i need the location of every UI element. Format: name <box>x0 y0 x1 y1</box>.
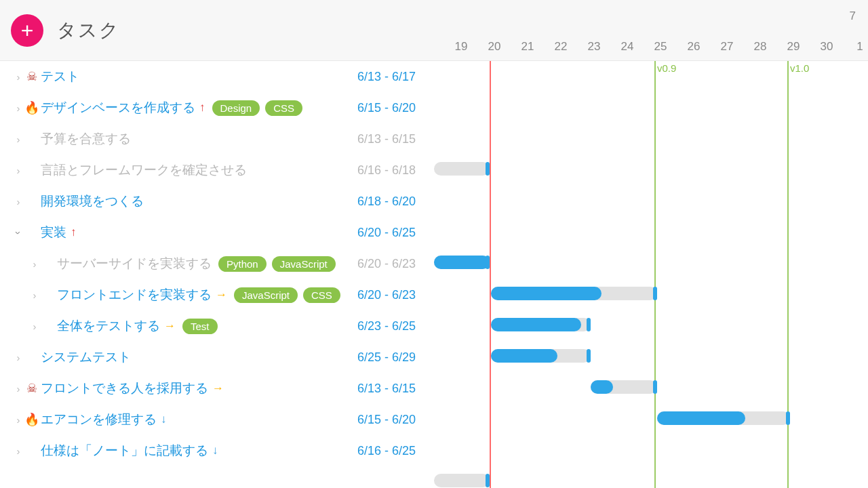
task-left: ›システムテスト6/25 - 6/29 <box>0 348 434 366</box>
gantt-bar-handle[interactable] <box>786 411 790 425</box>
chevron-right-icon[interactable]: › <box>14 102 23 114</box>
gantt-bar-handle[interactable] <box>587 349 591 363</box>
chevron-down-icon[interactable]: › <box>13 228 24 237</box>
task-left: ›☠テスト6/13 - 6/17 <box>0 68 434 85</box>
day-label: 23 <box>588 40 601 54</box>
gantt-bar-progress[interactable] <box>491 287 601 300</box>
chevron-right-icon[interactable]: › <box>14 383 23 394</box>
gantt-bar-handle[interactable] <box>486 256 490 269</box>
task-left: ›全体をテストする→Test6/23 - 6/25 <box>0 317 434 335</box>
chevron-right-icon[interactable]: › <box>14 414 23 426</box>
task-title[interactable]: 全体をテストする <box>57 317 160 335</box>
gantt-bar-bg[interactable] <box>434 162 490 176</box>
chevron-right-icon[interactable]: › <box>14 165 23 176</box>
gantt-bar-progress[interactable] <box>491 349 557 363</box>
chevron-right-icon[interactable]: › <box>30 258 39 270</box>
chevron-right-icon[interactable]: › <box>14 71 23 83</box>
tag[interactable]: CSS <box>303 287 340 303</box>
task-dates: 6/23 - 6/25 <box>357 319 416 333</box>
task-dates: 6/16 - 6/25 <box>357 444 416 458</box>
task-left: ›🔥デザインベースを作成する↑DesignCSS6/15 - 6/20 <box>0 99 434 117</box>
plus-icon: + <box>21 20 34 41</box>
tag[interactable]: Design <box>212 100 260 116</box>
task-row: ›☠テスト6/13 - 6/17 <box>0 61 868 92</box>
chevron-right-icon[interactable]: › <box>14 352 23 363</box>
priority-right-icon: → <box>164 319 176 333</box>
chevron-right-icon[interactable]: › <box>14 196 23 207</box>
priority-down-icon: ↓ <box>212 444 218 458</box>
task-title[interactable]: システムテスト <box>41 348 131 366</box>
gantt-bar-handle[interactable] <box>587 318 591 331</box>
task-title[interactable]: テスト <box>41 68 79 85</box>
task-title[interactable]: 実装 <box>41 224 66 241</box>
chevron-right-icon[interactable]: › <box>14 134 23 145</box>
tag-list: PythonJavaScript <box>218 256 336 272</box>
task-left: ›予算を合意する6/13 - 6/15 <box>0 130 434 148</box>
timeline-header: 1920212223242526272829301 <box>434 0 868 60</box>
day-label: 22 <box>555 40 568 54</box>
fire-icon: 🔥 <box>24 100 39 115</box>
task-dates: 6/15 - 6/20 <box>357 413 416 427</box>
task-left: ›開発環境をつくる6/18 - 6/20 <box>0 192 434 210</box>
priority-up-icon: ↑ <box>71 226 77 239</box>
priority-up-icon: ↑ <box>199 101 205 115</box>
day-label: 19 <box>455 40 468 54</box>
task-body: ›☠テスト6/13 - 6/17›🔥デザインベースを作成する↑DesignCSS… <box>0 61 868 488</box>
task-title[interactable]: 予算を合意する <box>41 130 131 148</box>
gantt-bar-handle[interactable] <box>486 474 490 487</box>
task-dates: 6/13 - 6/15 <box>357 132 416 146</box>
add-task-button[interactable]: + <box>11 14 43 47</box>
gantt-bar-progress[interactable] <box>491 318 581 331</box>
day-label: 30 <box>821 40 833 54</box>
task-left: ›実装↑6/20 - 6/25 <box>0 224 434 241</box>
tag[interactable]: Python <box>218 256 267 272</box>
tag-list: Test <box>182 319 218 334</box>
task-dates: 6/20 - 6/23 <box>357 257 416 271</box>
tag[interactable]: JavaScript <box>272 256 336 272</box>
task-title[interactable]: エアコンを修理する <box>41 411 157 428</box>
chevron-right-icon[interactable]: › <box>30 321 39 332</box>
tag[interactable]: JavaScript <box>234 287 298 303</box>
tag-list: DesignCSS <box>212 100 303 116</box>
task-title[interactable]: 言語とフレームワークを確定させる <box>41 161 247 179</box>
task-dates: 6/15 - 6/20 <box>357 101 416 115</box>
day-label: 1 <box>856 40 863 54</box>
task-left: ›フロントエンドを実装する→JavaScriptCSS6/20 - 6/23 <box>0 286 434 304</box>
gantt-bar-handle[interactable] <box>653 287 657 300</box>
task-title[interactable]: フロントエンドを実装する <box>57 286 212 304</box>
tag[interactable]: Test <box>182 319 218 334</box>
day-label: 26 <box>688 40 701 54</box>
gantt-bar-handle[interactable] <box>486 162 490 176</box>
page-title: タスク <box>57 18 120 43</box>
task-left: ›言語とフレームワークを確定させる6/16 - 6/18 <box>0 161 434 179</box>
skull-icon: ☠ <box>26 69 37 84</box>
task-title[interactable]: フロントできる人を採用する <box>41 380 208 397</box>
task-dates: 6/20 - 6/25 <box>357 226 416 240</box>
gantt-bar-progress[interactable] <box>434 256 490 269</box>
task-title[interactable]: 開発環境をつくる <box>41 192 144 210</box>
gantt-area <box>434 122 868 488</box>
task-row: ›🔥デザインベースを作成する↑DesignCSS6/15 - 6/20 <box>0 92 868 123</box>
gantt-bar-progress[interactable] <box>657 411 745 425</box>
task-dates: 6/13 - 6/17 <box>357 70 416 84</box>
day-label: 28 <box>754 40 767 54</box>
fire-icon: 🔥 <box>24 412 39 427</box>
gantt-bar-bg[interactable] <box>434 474 490 487</box>
task-title[interactable]: サーバーサイドを実装する <box>57 255 212 272</box>
gantt-bar-handle[interactable] <box>653 380 657 394</box>
header: + タスク 7 1920212223242526272829301 <box>0 0 868 61</box>
task-title[interactable]: デザインベースを作成する <box>41 99 195 117</box>
task-dates: 6/25 - 6/29 <box>357 350 416 365</box>
chevron-right-icon[interactable]: › <box>14 445 23 457</box>
task-dates: 6/16 - 6/18 <box>357 163 416 178</box>
tag[interactable]: CSS <box>265 100 302 116</box>
gantt-bar-progress[interactable] <box>591 380 613 394</box>
day-label: 21 <box>521 40 534 54</box>
task-left: ›仕様は「ノート」に記載する↓6/16 - 6/25 <box>0 442 434 460</box>
day-label: 20 <box>488 40 501 54</box>
task-dates: 6/18 - 6/20 <box>357 195 416 209</box>
task-title[interactable]: 仕様は「ノート」に記載する <box>41 442 208 460</box>
priority-right-icon: → <box>216 288 227 302</box>
chevron-right-icon[interactable]: › <box>30 289 39 301</box>
tag-list: JavaScriptCSS <box>234 287 340 303</box>
